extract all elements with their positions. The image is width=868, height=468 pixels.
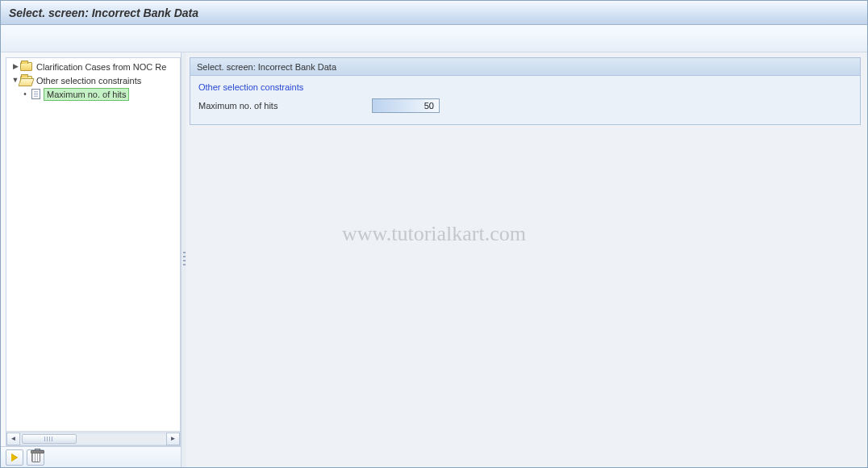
delete-button[interactable] xyxy=(27,449,44,466)
window-title: Select. screen: Incorrect Bank Data xyxy=(9,6,198,19)
tree-node-max-hits[interactable]: • Maximum no. of hits xyxy=(6,87,180,101)
app-window: Select. screen: Incorrect Bank Data ▶ Cl… xyxy=(0,0,868,468)
scroll-thumb[interactable] xyxy=(22,434,77,444)
tree-node-clarification[interactable]: ▶ Clarification Cases from NOC Re xyxy=(6,60,180,73)
selection-panel: Select. screen: Incorrect Bank Data Othe… xyxy=(190,57,861,125)
scroll-left-button[interactable]: ◄ xyxy=(6,432,20,445)
execute-button[interactable] xyxy=(6,449,23,466)
tree-label-selected: Maximum no. of hits xyxy=(44,88,129,101)
sidebar-footer xyxy=(1,446,181,467)
sidebar: ▶ Clarification Cases from NOC Re ▼ Othe… xyxy=(1,52,182,467)
folder-open-icon xyxy=(19,75,32,86)
scroll-right-button[interactable]: ► xyxy=(166,432,180,445)
tree: ▶ Clarification Cases from NOC Re ▼ Othe… xyxy=(6,58,180,429)
main-area: Select. screen: Incorrect Bank Data Othe… xyxy=(186,52,867,467)
toolbar-area xyxy=(1,25,867,52)
max-hits-input[interactable] xyxy=(372,98,440,113)
tree-horizontal-scrollbar[interactable]: ◄ ► xyxy=(6,431,180,445)
expand-icon[interactable]: ▶ xyxy=(11,63,19,70)
form-row-max-hits: Maximum no. of hits xyxy=(198,98,852,113)
play-icon xyxy=(11,453,18,462)
panel-header: Select. screen: Incorrect Bank Data xyxy=(190,58,860,76)
bullet-icon: • xyxy=(21,90,29,98)
folder-closed-icon xyxy=(19,61,32,73)
tree-label: Clarification Cases from NOC Re xyxy=(34,61,169,73)
scroll-track[interactable] xyxy=(20,432,166,445)
section-title: Other selection constraints xyxy=(198,82,852,92)
panel-body: Other selection constraints Maximum no. … xyxy=(190,76,860,124)
tree-label: Other selection constraints xyxy=(34,75,144,86)
panel-title: Select. screen: Incorrect Bank Data xyxy=(197,62,336,72)
splitter-dots-icon xyxy=(183,252,186,268)
trash-icon xyxy=(31,453,40,462)
tree-node-other-constraints[interactable]: ▼ Other selection constraints xyxy=(6,73,180,87)
max-hits-label: Maximum no. of hits xyxy=(198,101,372,111)
body-split: ▶ Clarification Cases from NOC Re ▼ Othe… xyxy=(1,52,867,467)
document-icon xyxy=(29,89,42,100)
title-bar: Select. screen: Incorrect Bank Data xyxy=(1,1,867,25)
tree-container: ▶ Clarification Cases from NOC Re ▼ Othe… xyxy=(6,57,181,446)
